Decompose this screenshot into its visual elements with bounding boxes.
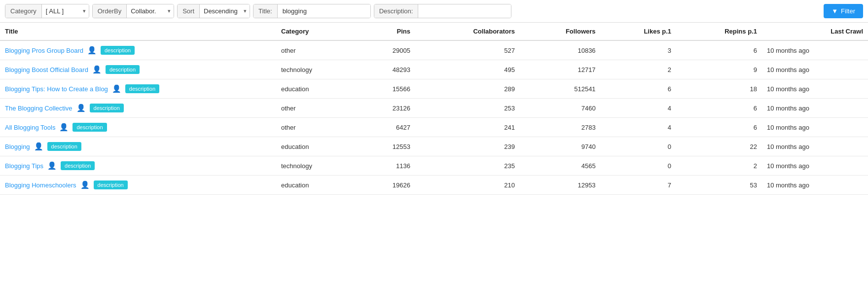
description-input[interactable] (418, 4, 511, 18)
table-header-row: Title Category Pins Collaborators Follow… (0, 23, 868, 40)
col-header-pins: Pins (359, 23, 415, 40)
sort-label: Sort (178, 4, 200, 18)
description-badge[interactable]: description (94, 180, 128, 189)
cell-collaborators: 527 (415, 40, 520, 60)
cell-collaborators: 241 (415, 118, 520, 137)
cell-last-crawl: 10 months ago (762, 156, 868, 176)
title-cell-wrapper: The Blogging Collective👤description (5, 104, 271, 112)
cell-followers: 4565 (520, 156, 601, 176)
board-title-link[interactable]: Blogging Tips: How to Create a Blog (5, 85, 108, 93)
cell-last-crawl: 10 months ago (762, 60, 868, 79)
orderby-label: OrderBy (93, 4, 127, 18)
orderby-select-wrapper: Collabor. Pins Followers Likes p.1 Repin… (127, 4, 174, 18)
user-icon: 👤 (76, 104, 86, 112)
table-row: Blogging Homeschoolers👤descriptioneducat… (0, 176, 868, 195)
board-title-link[interactable]: The Blogging Collective (5, 105, 72, 112)
cell-category: other (276, 40, 359, 60)
board-title-link[interactable]: Blogging (5, 143, 30, 150)
board-title-link[interactable]: Blogging Homeschoolers (5, 181, 76, 189)
cell-last-crawl: 10 months ago (762, 99, 868, 118)
board-title-link[interactable]: All Blogging Tools (5, 124, 55, 131)
user-icon: 👤 (34, 142, 43, 151)
cell-likes: 4 (601, 99, 676, 118)
title-cell-wrapper: All Blogging Tools👤description (5, 123, 271, 132)
title-cell-wrapper: Blogging Homeschoolers👤description (5, 180, 271, 189)
cell-collaborators: 495 (415, 60, 520, 79)
table-row: Blogging👤descriptioneducation12553239974… (0, 137, 868, 156)
cell-pins: 12553 (359, 137, 415, 156)
col-header-last-crawl: Last Crawl (762, 23, 868, 40)
toolbar: Category [ ALL ] other technology educat… (0, 0, 868, 23)
description-badge[interactable]: description (101, 46, 135, 55)
description-badge[interactable]: description (72, 123, 107, 132)
cell-repins: 6 (676, 118, 762, 137)
col-header-followers: Followers (520, 23, 601, 40)
cell-repins: 2 (676, 156, 762, 176)
filter-button[interactable]: ▼ Filter (824, 4, 863, 18)
cell-collaborators: 289 (415, 79, 520, 99)
cell-repins: 6 (676, 40, 762, 60)
sort-select[interactable]: Descending Ascending (200, 4, 250, 18)
cell-followers: 9740 (520, 137, 601, 156)
cell-last-crawl: 10 months ago (762, 40, 868, 60)
cell-pins: 23126 (359, 99, 415, 118)
cell-repins: 22 (676, 137, 762, 156)
description-badge[interactable]: description (90, 104, 124, 112)
cell-likes: 6 (601, 79, 676, 99)
title-cell-wrapper: Blogging Tips: How to Create a Blog👤desc… (5, 84, 271, 93)
cell-followers: 7460 (520, 99, 601, 118)
cell-collaborators: 253 (415, 99, 520, 118)
orderby-filter-group: OrderBy Collabor. Pins Followers Likes p… (92, 4, 174, 18)
cell-last-crawl: 10 months ago (762, 79, 868, 99)
cell-pins: 6427 (359, 118, 415, 137)
data-table-container: Title Category Pins Collaborators Follow… (0, 23, 868, 195)
data-table: Title Category Pins Collaborators Follow… (0, 23, 868, 195)
col-header-category: Category (276, 23, 359, 40)
cell-pins: 19626 (359, 176, 415, 195)
cell-category: other (276, 118, 359, 137)
cell-title: Blogging Boost Official Board👤descriptio… (0, 60, 276, 79)
category-select-wrapper: [ ALL ] other technology education ▾ (42, 4, 89, 18)
cell-last-crawl: 10 months ago (762, 176, 868, 195)
table-row: Blogging Tips: How to Create a Blog👤desc… (0, 79, 868, 99)
cell-followers: 2783 (520, 118, 601, 137)
cell-title: All Blogging Tools👤description (0, 118, 276, 137)
cell-last-crawl: 10 months ago (762, 137, 868, 156)
cell-followers: 12717 (520, 60, 601, 79)
description-badge[interactable]: description (47, 142, 81, 151)
cell-likes: 3 (601, 40, 676, 60)
table-row: The Blogging Collective👤descriptionother… (0, 99, 868, 118)
board-title-link[interactable]: Blogging Boost Official Board (5, 66, 88, 73)
description-badge[interactable]: description (125, 84, 159, 93)
user-icon: 👤 (59, 123, 69, 132)
title-cell-wrapper: Blogging Tips👤description (5, 161, 271, 170)
cell-category: education (276, 79, 359, 99)
board-title-link[interactable]: Blogging Tips (5, 162, 43, 170)
cell-category: technology (276, 60, 359, 79)
cell-repins: 53 (676, 176, 762, 195)
table-row: All Blogging Tools👤descriptionother64272… (0, 118, 868, 137)
orderby-select[interactable]: Collabor. Pins Followers Likes p.1 Repin… (127, 4, 174, 18)
title-input[interactable] (278, 4, 370, 18)
cell-title: Blogging👤description (0, 137, 276, 156)
title-cell-wrapper: Blogging Boost Official Board👤descriptio… (5, 65, 271, 74)
user-icon: 👤 (112, 84, 121, 93)
cell-title: Blogging Pros Group Board👤description (0, 40, 276, 60)
cell-category: education (276, 137, 359, 156)
table-row: Blogging Pros Group Board👤descriptionoth… (0, 40, 868, 60)
board-title-link[interactable]: Blogging Pros Group Board (5, 47, 83, 54)
cell-followers: 12953 (520, 176, 601, 195)
col-header-title: Title (0, 23, 276, 40)
user-icon: 👤 (92, 65, 102, 74)
cell-likes: 7 (601, 176, 676, 195)
cell-title: The Blogging Collective👤description (0, 99, 276, 118)
description-badge[interactable]: description (61, 161, 95, 170)
cell-repins: 18 (676, 79, 762, 99)
category-select[interactable]: [ ALL ] other technology education (42, 4, 89, 18)
cell-likes: 0 (601, 137, 676, 156)
description-badge[interactable]: description (106, 65, 140, 74)
cell-title: Blogging Homeschoolers👤description (0, 176, 276, 195)
cell-category: other (276, 99, 359, 118)
title-cell-wrapper: Blogging👤description (5, 142, 271, 151)
user-icon: 👤 (87, 46, 97, 55)
